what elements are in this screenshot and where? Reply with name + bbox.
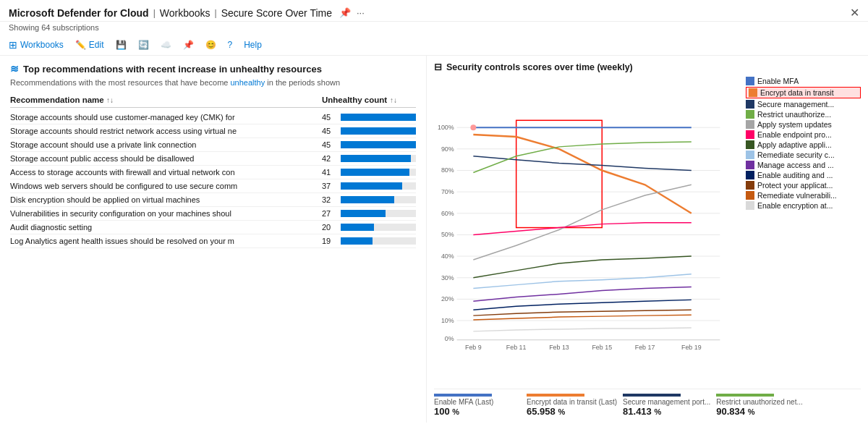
legend-color-2 — [746, 100, 754, 109]
table-row: Storage account should use a private lin… — [10, 138, 416, 152]
workbooks-label: Workbooks — [20, 40, 64, 50]
legend-color-7 — [746, 151, 754, 159]
svg-text:30%: 30% — [441, 274, 454, 281]
row-count-num-2: 45 — [322, 140, 336, 149]
row-name-6: Disk encryption should be applied on vir… — [10, 195, 322, 204]
feedback-button[interactable]: 😊 — [205, 40, 216, 50]
footer-color-bar-1 — [527, 394, 584, 397]
legend-item-9: Enable auditing and ... — [746, 171, 861, 179]
legend-color-3 — [746, 110, 754, 119]
table-row: Disk encryption should be applied on vir… — [10, 193, 416, 207]
row-name-2: Storage account should use a private lin… — [10, 140, 322, 149]
row-name-1: Storage accounts should restrict network… — [10, 127, 322, 135]
svg-text:10%: 10% — [441, 317, 454, 324]
main-content: ≋ Top recommendations with recent increa… — [0, 56, 868, 423]
bar-bg-3 — [341, 155, 416, 162]
legend-label-7: Remediate security c... — [757, 151, 835, 159]
chart-svg-container: 100% 90% 80% 70% 60% 50% 40% 30% 20% 10%… — [434, 77, 741, 386]
toolbar: ⊞ Workbooks ✏️ Edit 💾 🔄 ☁️ 📌 😊 ? Help — [0, 35, 868, 56]
section1: Workbooks — [160, 7, 210, 19]
bar-bg-2 — [341, 141, 416, 148]
legend-label-9: Enable auditing and ... — [757, 171, 833, 179]
svg-text:Feb 9: Feb 9 — [465, 344, 482, 351]
row-name-7: Vulnerabilities in security configuratio… — [10, 209, 322, 218]
cloud-button[interactable]: ☁️ — [161, 40, 171, 50]
recommendations-table: Storage accounts should use customer-man… — [10, 111, 416, 248]
help-question-button[interactable]: ? — [228, 40, 233, 50]
legend-item-10: Protect your applicat... — [746, 181, 861, 190]
footer-metric-2: Secure management port... 81.413 % — [623, 394, 710, 417]
chart-footer: Enable MFA (Last) 100 % Encrypt data in … — [434, 389, 861, 417]
workbooks-button[interactable]: ⊞ Workbooks — [9, 39, 64, 51]
row-count-cell-3: 42 — [322, 154, 416, 163]
legend-color-1 — [749, 88, 757, 97]
svg-text:Feb 13: Feb 13 — [549, 344, 569, 351]
save-button[interactable]: 💾 — [116, 40, 127, 50]
bar-bg-4 — [341, 169, 416, 176]
bar-fill-1 — [341, 127, 416, 135]
table-header: Recommendation name ↑↓ Unhealthy count ↑… — [10, 96, 416, 108]
help-question-icon: ? — [228, 40, 233, 50]
svg-text:80%: 80% — [441, 166, 454, 174]
col-name-header: Recommendation name ↑↓ — [10, 96, 322, 104]
table-row: Windows web servers should be configured… — [10, 179, 416, 193]
legend-item-0: Enable MFA — [746, 77, 861, 85]
legend-item-4: Apply system updates — [746, 120, 861, 129]
row-count-num-1: 45 — [322, 127, 336, 135]
bar-bg-9 — [341, 237, 416, 245]
cloud-icon: ☁️ — [161, 40, 171, 50]
svg-text:20%: 20% — [441, 295, 454, 302]
pin-toolbar-icon: 📌 — [183, 40, 194, 50]
help-button[interactable]: Help — [244, 40, 262, 50]
bar-fill-0 — [341, 114, 416, 121]
more-icon[interactable]: ··· — [357, 7, 365, 18]
refresh-icon: 🔄 — [138, 40, 149, 50]
legend-color-8 — [746, 161, 754, 169]
sort-name-icon[interactable]: ↑↓ — [106, 96, 114, 104]
row-name-3: Storage account public access should be … — [10, 154, 322, 163]
unhealthy-highlight: unhealthy — [230, 78, 265, 87]
edit-button[interactable]: ✏️ Edit — [75, 40, 104, 50]
footer-metric-0: Enable MFA (Last) 100 % — [434, 394, 521, 417]
row-count-cell-2: 45 — [322, 140, 416, 149]
close-icon[interactable]: ✕ — [850, 6, 859, 20]
svg-text:0%: 0% — [445, 335, 454, 342]
legend-item-3: Restrict unauthorize... — [746, 110, 861, 119]
row-count-cell-4: 41 — [322, 168, 416, 177]
legend-color-0 — [746, 77, 754, 85]
row-count-cell-5: 37 — [322, 182, 416, 190]
bar-bg-5 — [341, 182, 416, 190]
table-row: Storage accounts should use customer-man… — [10, 111, 416, 124]
svg-text:90%: 90% — [441, 145, 454, 153]
row-name-9: Log Analytics agent health issues should… — [10, 237, 322, 245]
subtitle: Showing 64 subscriptions — [0, 22, 868, 35]
svg-text:60%: 60% — [441, 210, 454, 217]
legend-item-7: Remediate security c... — [746, 151, 861, 159]
sep2: | — [215, 8, 217, 18]
bar-fill-9 — [341, 237, 373, 245]
table-row: Vulnerabilities in security configuratio… — [10, 207, 416, 221]
row-count-num-0: 45 — [322, 113, 336, 122]
pin-icon[interactable]: 📌 — [339, 7, 351, 18]
bar-bg-0 — [341, 114, 416, 121]
sort-count-icon[interactable]: ↑↓ — [390, 96, 397, 104]
chart-svg: 100% 90% 80% 70% 60% 50% 40% 30% 20% 10%… — [434, 77, 741, 386]
table-row: Storage account public access should be … — [10, 152, 416, 166]
legend-item-1: Encrypt data in transit — [746, 87, 861, 98]
row-name-5: Windows web servers should be configured… — [10, 182, 322, 190]
footer-value-2: 81.413 % — [623, 406, 710, 417]
legend-item-5: Enable endpoint pro... — [746, 130, 861, 139]
title-bar: Microsoft Defender for Cloud | Workbooks… — [0, 0, 868, 22]
svg-text:Feb 17: Feb 17 — [635, 344, 655, 351]
legend-label-3: Restrict unauthorize... — [757, 110, 831, 119]
app-title: Microsoft Defender for Cloud — [9, 7, 149, 19]
bar-fill-4 — [341, 169, 409, 176]
legend-color-10 — [746, 181, 754, 190]
legend-item-8: Manage access and ... — [746, 161, 861, 169]
legend-label-1: Encrypt data in transit — [760, 88, 834, 97]
refresh-button[interactable]: 🔄 — [138, 40, 149, 50]
pin-toolbar-button[interactable]: 📌 — [183, 40, 194, 50]
bar-bg-7 — [341, 210, 416, 217]
legend-color-6 — [746, 140, 754, 149]
row-count-num-5: 37 — [322, 182, 336, 190]
